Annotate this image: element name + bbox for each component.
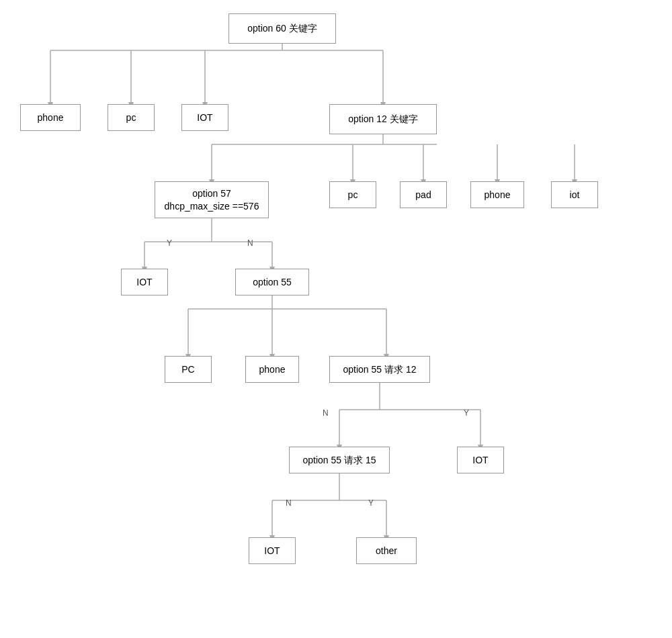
label-N2: N	[323, 408, 329, 418]
label-N1: N	[247, 238, 253, 248]
label-Y3: Y	[368, 498, 374, 508]
node-IOT3: IOT	[457, 447, 504, 473]
node-opt55-15: option 55 请求 15	[289, 447, 390, 473]
node-IOT1: IOT	[181, 104, 228, 131]
node-opt12: option 12 关键字	[329, 104, 437, 134]
connector-lines	[0, 0, 672, 638]
node-PC3: PC	[165, 356, 212, 383]
node-root: option 60 关键字	[228, 13, 336, 44]
node-opt55-12: option 55 请求 12	[329, 356, 430, 383]
node-phone1: phone	[20, 104, 81, 131]
label-N3: N	[286, 498, 292, 508]
node-pc2: pc	[329, 181, 376, 208]
node-opt57: option 57 dhcp_max_size ==576	[155, 181, 269, 218]
node-phone2: phone	[470, 181, 524, 208]
node-opt55: option 55	[235, 269, 309, 295]
label-Y1: Y	[167, 238, 172, 248]
node-IOT4: IOT	[249, 537, 296, 564]
node-pad: pad	[400, 181, 447, 208]
node-other: other	[356, 537, 417, 564]
node-IOT2: IOT	[121, 269, 168, 295]
node-iot1: iot	[551, 181, 598, 208]
diagram: option 60 关键字 phone pc IOT option 12 关键字…	[0, 0, 672, 638]
node-phone3: phone	[245, 356, 299, 383]
node-pc1: pc	[108, 104, 155, 131]
label-Y2: Y	[464, 408, 469, 418]
